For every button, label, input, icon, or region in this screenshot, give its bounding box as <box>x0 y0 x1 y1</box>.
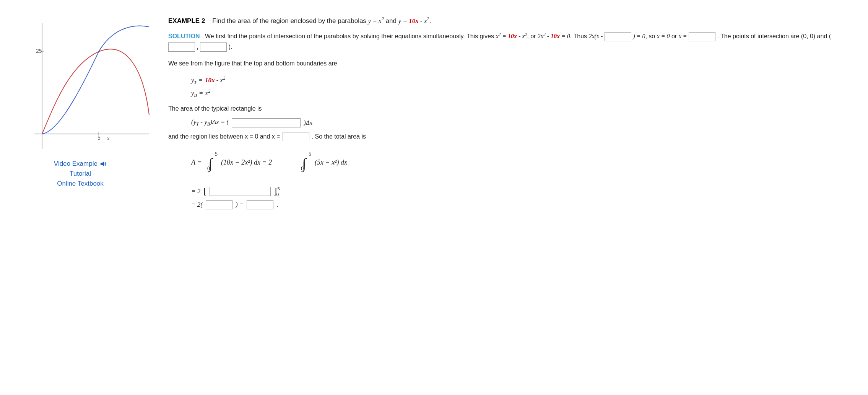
region-text: and the region lies between x = 0 and x … <box>168 132 853 141</box>
svg-text:(10x − 2x²) dx = 2: (10x − 2x²) dx = 2 <box>221 158 272 166</box>
video-example-link[interactable]: Video Example <box>54 160 107 168</box>
boundary-section: yT = 10x - x2 yB = x2 <box>191 75 853 98</box>
yB-equals: = <box>199 90 203 97</box>
svg-text:5: 5 <box>309 151 311 157</box>
math-y2: y = 10x - x2 <box>398 17 429 24</box>
yT-equals: = <box>199 77 203 84</box>
input-point-y[interactable] <box>200 42 227 52</box>
integral-section: A = ∫ 5 0 (10x − 2x²) dx = 2 ∫ 5 0 (5x −… <box>191 147 853 180</box>
input-rect-expr[interactable] <box>232 118 301 127</box>
example-header: EXAMPLE 2 Find the area of the region en… <box>168 15 853 26</box>
math-y1: y = x2 <box>368 17 384 24</box>
final-eq-mid: ) = <box>236 201 244 209</box>
example-text: Find the area of the region enclosed by … <box>212 17 431 24</box>
solution-paragraph: SOLUTION We first find the points of int… <box>168 31 853 52</box>
svg-text:25: 25 <box>36 48 42 54</box>
svg-text:5: 5 <box>98 135 101 141</box>
step2-section: = 2 [ ]50 <box>191 186 853 196</box>
solution-label: SOLUTION <box>168 33 200 39</box>
rect-intro: The area of the typical rectangle is <box>168 105 853 112</box>
input-point-x[interactable] <box>168 42 195 52</box>
speaker-icon <box>100 161 107 166</box>
left-panel: 25 5 x Video Example <box>0 8 161 387</box>
input-step2-expr[interactable] <box>210 187 271 196</box>
svg-text:0: 0 <box>207 166 210 171</box>
step2-bracket-right: ]50 <box>274 186 282 196</box>
svg-text:0: 0 <box>301 166 304 171</box>
rect-formula-end: )Δx <box>304 119 312 127</box>
final-dot: . <box>276 201 278 209</box>
region-text-2: . So the total area is <box>312 133 366 140</box>
example-label: EXAMPLE 2 <box>168 17 205 24</box>
final-step: = 2( ) = . <box>191 200 853 209</box>
graph-svg: 25 5 x <box>8 11 153 153</box>
svg-text:(5x − x²) dx: (5x − x²) dx <box>315 158 347 166</box>
input-bracket-val[interactable] <box>605 32 631 41</box>
links-section: Video Example Tutorial Online Textbook <box>54 160 107 188</box>
video-example-text[interactable]: Video Example <box>54 160 98 167</box>
graph-area: 25 5 x <box>8 11 153 153</box>
input-x-val[interactable] <box>689 32 715 41</box>
right-panel: EXAMPLE 2 Find the area of the region en… <box>161 8 868 387</box>
yB-row: yB = x2 <box>191 88 853 98</box>
yB-value: x2 <box>205 88 211 97</box>
boundary-intro: We see from the figure that the top and … <box>168 58 853 69</box>
svg-text:A =: A = <box>191 158 202 166</box>
yT-label: yT <box>191 77 197 85</box>
region-text-1: and the region lies between x = 0 and x … <box>168 133 280 140</box>
integral-svg: A = ∫ 5 0 (10x − 2x²) dx = 2 ∫ 5 0 (5x −… <box>191 147 478 178</box>
yT-row: yT = 10x - x2 <box>191 75 853 85</box>
svg-marker-7 <box>101 162 104 166</box>
step2-eq: = 2 <box>191 188 200 195</box>
online-textbook-link[interactable]: Online Textbook <box>57 180 104 188</box>
svg-text:5: 5 <box>215 151 218 157</box>
rect-formula: (yT - yB)Δx = ( )Δx <box>191 118 853 127</box>
yT-value: 10x - x2 <box>205 75 225 84</box>
input-final-val2[interactable] <box>247 200 273 209</box>
input-region-x[interactable] <box>283 132 309 141</box>
tutorial-link[interactable]: Tutorial <box>70 170 91 178</box>
final-eq-left: = 2( <box>191 201 203 209</box>
input-final-val1[interactable] <box>206 200 232 209</box>
yB-label: yB <box>191 90 197 98</box>
step2-bracket-left: [ <box>203 186 206 196</box>
rect-formula-left: (yT - yB)Δx = ( <box>191 118 229 127</box>
svg-text:x: x <box>107 135 109 141</box>
